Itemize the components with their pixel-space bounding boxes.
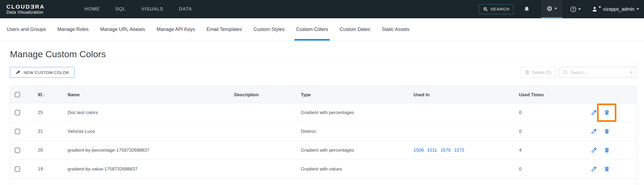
- used-in-link[interactable]: 1509: [414, 148, 424, 153]
- cell-used-times: 0: [519, 129, 586, 134]
- row-edit-button[interactable]: [591, 147, 597, 153]
- cell-name: Doc test colors: [68, 110, 234, 115]
- row-delete-button[interactable]: [604, 110, 610, 115]
- used-in-link[interactable]: 1511: [427, 148, 437, 153]
- chevron-down-icon: [578, 8, 581, 10]
- header-id[interactable]: ID↓: [38, 92, 68, 97]
- edit-wrap: [591, 129, 597, 134]
- toolbar: NEW CUSTOM COLOR Delete (0) ✕: [10, 67, 637, 78]
- select-all-checkbox[interactable]: [15, 92, 20, 97]
- row-edit-button[interactable]: [591, 110, 597, 115]
- cell-actions: [586, 141, 637, 159]
- cell-used-times: 0: [519, 110, 586, 115]
- help-icon: ?: [570, 6, 576, 12]
- row-checkbox-cell: [10, 129, 38, 134]
- settings-menu[interactable]: ⚙: [541, 0, 562, 18]
- header-used-in[interactable]: Used In: [414, 92, 519, 97]
- admin-tabbar: Users and GroupsManage RolesManage URL A…: [0, 18, 644, 41]
- cell-name: Velocita Luce: [68, 129, 234, 134]
- used-in-link[interactable]: 1570: [440, 148, 451, 153]
- edit-wrap: [591, 166, 597, 172]
- delete-highlight-box: [597, 122, 616, 141]
- user-menu[interactable]: * vizapps_admin: [592, 6, 639, 12]
- navbar-item-data[interactable]: DATA: [179, 6, 192, 12]
- cloudera-logo[interactable]: CLOUDƎRA Data Visualization: [6, 3, 45, 15]
- row-delete-button[interactable]: [604, 166, 610, 172]
- navbar-search-button[interactable]: SEARCH: [479, 4, 514, 14]
- cell-actions: [586, 160, 637, 178]
- row-checkbox[interactable]: [15, 148, 20, 153]
- cell-used-times: 0: [519, 166, 586, 172]
- cell-used-times: 4: [519, 148, 586, 153]
- navbar-item-home[interactable]: HOME: [85, 6, 100, 12]
- row-checkbox[interactable]: [15, 166, 20, 172]
- cell-name: gradient-by-percentage-1758732698837: [68, 148, 234, 153]
- table-row: 21 Velocita Luce Distinct 0: [10, 122, 636, 141]
- header-checkbox-cell: [10, 92, 38, 97]
- cell-id: 21: [38, 129, 68, 134]
- gear-icon: ⚙: [547, 5, 552, 12]
- tab-static-assets[interactable]: Static Assets: [381, 18, 410, 41]
- edit-wrap: [591, 110, 597, 115]
- header-description[interactable]: Description: [234, 92, 301, 97]
- cell-type: Gradient with percentages: [301, 148, 414, 153]
- tab-custom-styles[interactable]: Custom Styles: [253, 18, 285, 41]
- delete-selected-button[interactable]: Delete (0): [520, 67, 556, 78]
- user-icon: [592, 6, 598, 12]
- tab-custom-colors[interactable]: Custom Colors: [295, 18, 328, 41]
- help-menu[interactable]: ?: [570, 6, 581, 12]
- pencil-icon: [591, 129, 597, 134]
- search-input[interactable]: [570, 70, 627, 75]
- tab-email-templates[interactable]: Email Templates: [206, 18, 243, 41]
- cell-actions: [586, 122, 637, 141]
- cell-id: 19: [38, 166, 68, 172]
- row-checkbox-cell: [10, 110, 38, 115]
- used-in-link[interactable]: 1572: [454, 148, 464, 153]
- page-title: Manage Custom Colors: [10, 49, 644, 59]
- navbar-item-visuals[interactable]: VISUALS: [141, 6, 163, 12]
- new-custom-color-button[interactable]: NEW CUSTOM COLOR: [10, 67, 75, 78]
- tab-custom-dates[interactable]: Custom Dates: [339, 18, 371, 41]
- cell-id: 25: [38, 110, 68, 115]
- chevron-down-icon: [636, 8, 639, 10]
- search-plus-icon: [483, 7, 488, 12]
- table-row: 25 Doc test colors Gradient with percent…: [10, 103, 636, 122]
- navbar-right: SEARCH ⚙ ? * v: [479, 0, 644, 18]
- row-delete-button[interactable]: [604, 129, 610, 134]
- table-body: 25 Doc test colors Gradient with percent…: [10, 103, 636, 179]
- edit-wrap: [591, 147, 597, 153]
- tab-manage-url-aliases[interactable]: Manage URL Aliases: [100, 18, 145, 41]
- delete-highlight-box: [597, 160, 616, 178]
- row-edit-button[interactable]: [591, 129, 597, 134]
- header-type[interactable]: Type: [301, 92, 414, 97]
- tab-manage-roles[interactable]: Manage Roles: [57, 18, 89, 41]
- table-row: 19 gradient-by-value-1758732698837 Gradi…: [10, 160, 636, 179]
- table-row: 20 gradient-by-percentage-1758732698837 …: [10, 141, 636, 160]
- cell-type: Distinct: [301, 129, 414, 134]
- navbar-menu: HOMESQLVISUALSDATA: [85, 6, 192, 12]
- header-used-times[interactable]: Used Times: [519, 92, 586, 97]
- notifications-button[interactable]: [524, 6, 530, 12]
- pencil-icon: [591, 147, 597, 153]
- search-icon: [563, 70, 568, 75]
- clear-search-icon[interactable]: ✕: [630, 70, 633, 75]
- tab-manage-api-keys[interactable]: Manage API Keys: [156, 18, 196, 41]
- navbar-item-sql[interactable]: SQL: [115, 6, 126, 12]
- row-checkbox[interactable]: [15, 110, 20, 115]
- row-checkbox-cell: [10, 148, 38, 153]
- navbar-search-label: SEARCH: [491, 7, 510, 12]
- header-id-label: ID: [38, 92, 42, 97]
- tab-users-and-groups[interactable]: Users and Groups: [6, 18, 46, 41]
- cell-id: 20: [38, 148, 68, 153]
- trash-icon: [525, 70, 530, 75]
- custom-colors-table: ID↓ Name Description Type Used In Used T…: [10, 86, 637, 185]
- brand-subtitle: Data Visualization: [6, 10, 45, 15]
- delete-highlight-box: [597, 104, 616, 122]
- top-navbar: CLOUDƎRA Data Visualization HOMESQLVISUA…: [0, 0, 644, 18]
- cell-name: gradient-by-value-1758732698837: [68, 166, 234, 172]
- row-edit-button[interactable]: [591, 166, 597, 172]
- trash-icon: [604, 147, 610, 153]
- header-name[interactable]: Name: [68, 92, 234, 97]
- row-delete-button[interactable]: [604, 147, 610, 153]
- row-checkbox[interactable]: [15, 129, 20, 134]
